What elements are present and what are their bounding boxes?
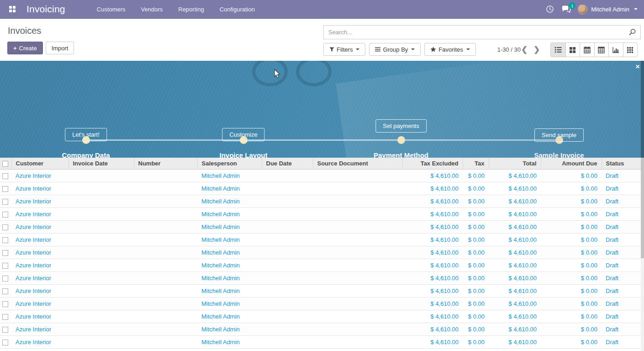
apps-menu-icon[interactable] <box>9 6 16 13</box>
search-icon[interactable] <box>628 28 636 36</box>
group-by-button[interactable]: Group By <box>369 43 421 56</box>
menu-configuration[interactable]: Configuration <box>214 0 261 18</box>
table-row[interactable]: Azure InteriorMitchell Admin$ 4,610.00$ … <box>0 207 641 220</box>
column-header-tax[interactable]: Tax <box>463 158 489 169</box>
chevron-down-icon <box>466 48 470 50</box>
set-payments-button[interactable]: Set payments <box>375 119 427 133</box>
row-checkbox[interactable] <box>2 237 8 243</box>
onboarding-step-dot <box>397 136 405 144</box>
search-bar <box>323 25 641 39</box>
column-header-due_date[interactable]: Due Date <box>262 158 313 169</box>
pager-previous-icon[interactable]: ❮ <box>519 43 530 56</box>
select-all-checkbox[interactable] <box>2 161 8 167</box>
row-checkbox[interactable] <box>2 199 8 205</box>
tax_excluded-cell: $ 4,610.00 <box>402 323 463 335</box>
scrollbar-thumb[interactable] <box>641 158 644 258</box>
table-row[interactable]: Azure InteriorMitchell Admin$ 4,610.00$ … <box>0 323 641 335</box>
table-row[interactable]: Azure InteriorMitchell Admin$ 4,610.00$ … <box>0 271 641 284</box>
amount_due-cell: $ 0.00 <box>541 259 602 271</box>
table-row[interactable]: Azure InteriorMitchell Admin$ 4,610.00$ … <box>0 195 641 207</box>
filters-button[interactable]: Filters <box>323 43 365 56</box>
menu-reporting[interactable]: Reporting <box>172 0 210 18</box>
column-header-invoice_date[interactable]: Invoice Date <box>69 158 134 169</box>
invoice-list: CustomerInvoice DateNumberSalespersonDue… <box>0 158 641 349</box>
customer-cell: Azure Interior <box>11 169 69 182</box>
table-row[interactable]: Azure InteriorMitchell Admin$ 4,610.00$ … <box>0 246 641 259</box>
table-row[interactable]: Azure InteriorMitchell Admin$ 4,610.00$ … <box>0 233 641 246</box>
row-checkbox[interactable] <box>2 212 8 218</box>
column-header-number[interactable]: Number <box>134 158 197 169</box>
invoice-table: CustomerInvoice DateNumberSalespersonDue… <box>0 158 641 349</box>
row-checkbox[interactable] <box>2 250 8 256</box>
table-row[interactable]: Azure InteriorMitchell Admin$ 4,610.00$ … <box>0 169 641 182</box>
banner-close-icon[interactable]: ✕ <box>635 64 640 70</box>
search-input[interactable] <box>324 29 628 36</box>
column-header-customer[interactable]: Customer <box>11 158 69 169</box>
column-header-amount_due[interactable]: Amount Due <box>541 158 602 169</box>
create-button[interactable]: + Create <box>7 42 43 54</box>
list-view-button[interactable] <box>551 43 565 57</box>
column-header-status[interactable]: Status <box>602 158 641 169</box>
pager-next-icon[interactable]: ❯ <box>531 43 542 56</box>
due_date-cell <box>262 335 313 348</box>
user-menu[interactable]: Mitchell Admin <box>578 5 638 14</box>
customer-cell: Azure Interior <box>11 297 69 310</box>
invoice_date-cell <box>69 259 134 271</box>
activity-view-button[interactable] <box>623 43 638 57</box>
menu-customers[interactable]: Customers <box>91 0 132 18</box>
amount_due-cell: $ 0.00 <box>541 271 602 284</box>
total-cell: $ 4,610.00 <box>489 233 541 246</box>
amount_due-cell: $ 0.00 <box>541 220 602 233</box>
table-row[interactable]: Azure InteriorMitchell Admin$ 4,610.00$ … <box>0 335 641 348</box>
menu-vendors[interactable]: Vendors <box>135 0 169 18</box>
graph-view-button[interactable] <box>608 43 623 57</box>
table-row[interactable]: Azure InteriorMitchell Admin$ 4,610.00$ … <box>0 297 641 310</box>
row-checkbox[interactable] <box>2 186 8 192</box>
scrollbar-track[interactable] <box>641 61 644 351</box>
row-checkbox[interactable] <box>2 173 8 179</box>
pivot-view-button[interactable] <box>594 43 609 57</box>
table-row[interactable]: Azure InteriorMitchell Admin$ 4,610.00$ … <box>0 182 641 195</box>
row-checkbox[interactable] <box>2 314 8 320</box>
row-checkbox[interactable] <box>2 301 8 307</box>
table-row[interactable]: Azure InteriorMitchell Admin$ 4,610.00$ … <box>0 220 641 233</box>
kanban-view-button[interactable] <box>565 43 580 57</box>
column-header-source_document[interactable]: Source Document <box>313 158 402 169</box>
row-checkbox[interactable] <box>2 327 8 333</box>
column-header-tax_excluded[interactable]: Tax Excluded <box>402 158 463 169</box>
row-checkbox[interactable] <box>2 224 8 230</box>
app-title[interactable]: Invoicing <box>26 4 65 15</box>
customer-cell: Azure Interior <box>11 335 69 348</box>
lets-start-button[interactable]: Let's start! <box>65 128 107 141</box>
activities-clock-icon[interactable] <box>545 4 555 14</box>
table-row[interactable]: Azure InteriorMitchell Admin$ 4,610.00$ … <box>0 284 641 297</box>
customize-button[interactable]: Customize <box>222 128 264 141</box>
table-row[interactable]: Azure InteriorMitchell Admin$ 4,610.00$ … <box>0 259 641 271</box>
background-glasses-decoration <box>252 61 288 86</box>
tax-cell: $ 0.00 <box>463 323 489 335</box>
column-header-salesperson[interactable]: Salesperson <box>197 158 262 169</box>
row-checkbox[interactable] <box>2 288 8 294</box>
send-sample-button[interactable]: Send sample <box>534 128 584 142</box>
row-select-cell <box>0 246 11 259</box>
tax-cell: $ 0.00 <box>463 182 489 195</box>
customer-cell: Azure Interior <box>11 246 69 259</box>
source_document-cell <box>313 297 402 310</box>
table-row[interactable]: Azure InteriorMitchell Admin$ 4,610.00$ … <box>0 310 641 323</box>
row-checkbox[interactable] <box>2 340 8 346</box>
messages-icon[interactable]: 1 <box>561 4 571 14</box>
invoice_date-cell <box>69 207 134 220</box>
salesperson-cell: Mitchell Admin <box>197 195 262 207</box>
salesperson-cell: Mitchell Admin <box>197 233 262 246</box>
import-button[interactable]: Import <box>46 42 74 54</box>
row-checkbox[interactable] <box>2 263 8 269</box>
message-count-badge: 1 <box>569 2 575 9</box>
tax-cell: $ 0.00 <box>463 246 489 259</box>
row-checkbox[interactable] <box>2 276 8 282</box>
calendar-view-button[interactable] <box>580 43 594 57</box>
main-menu: Customers Vendors Reporting Configuratio… <box>91 0 261 18</box>
salesperson-cell: Mitchell Admin <box>197 271 262 284</box>
amount_due-cell: $ 0.00 <box>541 297 602 310</box>
column-header-total[interactable]: Total <box>489 158 541 169</box>
favorites-button[interactable]: Favorites <box>424 43 475 56</box>
